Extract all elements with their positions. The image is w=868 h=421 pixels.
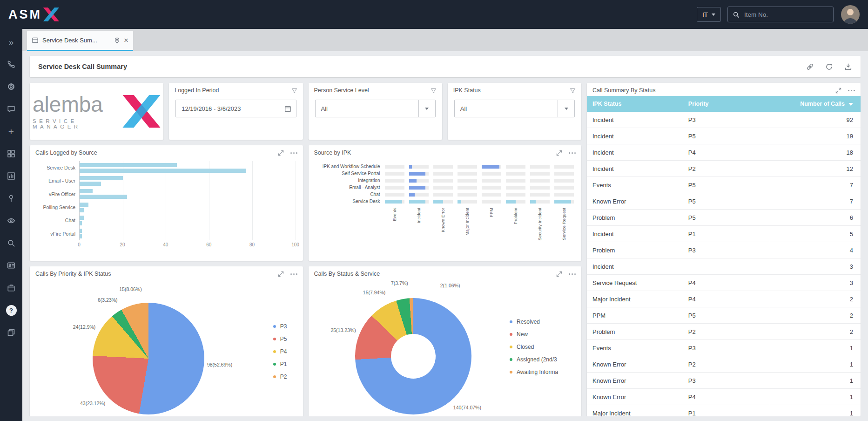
expand-icon[interactable] <box>278 271 284 277</box>
more-options-icon[interactable] <box>851 90 852 91</box>
expand-icon[interactable] <box>278 150 284 156</box>
column-label: Service Request <box>561 208 566 240</box>
legend-item[interactable]: Awaiting Informa <box>510 369 579 375</box>
person-service-level-select[interactable]: All <box>315 100 436 117</box>
table-row[interactable]: ProblemP34 <box>587 242 861 258</box>
search-icon[interactable] <box>0 232 22 254</box>
heatmap-cell <box>385 193 404 197</box>
table-row[interactable]: EventsP57 <box>587 177 861 193</box>
table-row[interactable]: Major IncidentP11 <box>587 405 861 417</box>
more-options-icon[interactable] <box>572 152 573 154</box>
id-card-icon[interactable] <box>0 254 22 277</box>
table-row[interactable]: IncidentP519 <box>587 128 861 144</box>
close-tab-icon[interactable]: × <box>124 36 128 44</box>
page-title: Service Desk Call Summary <box>38 63 806 70</box>
cell-number-of-calls: 6 <box>770 210 861 226</box>
table-row[interactable]: ProblemP56 <box>587 210 861 226</box>
cell-number-of-calls: 19 <box>770 128 861 144</box>
filter-icon[interactable] <box>291 88 297 94</box>
legend-item[interactable]: P3 <box>273 323 287 330</box>
chat-icon[interactable] <box>0 98 22 120</box>
heatmap-cell <box>458 193 477 197</box>
row-label: Email - Analyst <box>315 184 385 191</box>
table-row[interactable]: ProblemP22 <box>587 324 861 340</box>
heatmap-cell <box>554 165 574 169</box>
expand-icon[interactable] <box>556 150 562 156</box>
link-icon[interactable] <box>806 63 814 71</box>
date-range-input[interactable]: 12/19/2016 - 3/6/2023 <box>175 100 296 117</box>
cell-priority: P5 <box>683 307 770 324</box>
legend-label: Closed <box>517 344 534 350</box>
brand-x-icon <box>43 7 59 21</box>
user-avatar[interactable] <box>841 5 860 24</box>
expand-icon[interactable] <box>556 271 562 277</box>
tab-service-desk-summary[interactable]: Service Desk Sum... × <box>27 31 133 51</box>
expand-chevrons-icon[interactable]: » <box>0 31 22 53</box>
chevron-down-icon[interactable] <box>558 100 574 117</box>
heatmap-cell <box>506 172 525 176</box>
legend-item[interactable]: Closed <box>510 344 579 350</box>
axis-tick-label: 0 <box>78 242 81 247</box>
more-options-icon[interactable] <box>293 152 295 154</box>
table-row[interactable]: IncidentP212 <box>587 161 861 177</box>
table-row[interactable]: IncidentP15 <box>587 226 861 242</box>
legend-item[interactable]: New <box>510 331 579 338</box>
heatmap-chart: IPK and Workflow ScheduleSelf Service Po… <box>309 158 582 251</box>
table-row[interactable]: Known ErrorP57 <box>587 193 861 210</box>
legend-label: P3 <box>280 323 287 330</box>
legend-label: P5 <box>280 336 287 342</box>
gear-icon[interactable] <box>0 75 22 98</box>
heatmap-cell <box>506 186 525 190</box>
heatmap-cell <box>506 179 525 183</box>
table-row[interactable]: IncidentP418 <box>587 144 861 161</box>
cell-ipk-status: Known Error <box>587 389 683 405</box>
column-header-number-of-calls[interactable]: Number of Calls <box>770 96 861 112</box>
pin-icon[interactable] <box>0 187 22 210</box>
legend-item[interactable]: Assigned (2nd/3 <box>510 356 579 363</box>
table-row[interactable]: Major IncidentP42 <box>587 291 861 307</box>
calendar-icon[interactable] <box>280 105 296 112</box>
legend-item[interactable]: Resolved <box>510 319 579 325</box>
table-row[interactable]: Known ErrorP31 <box>587 373 861 389</box>
help-icon[interactable]: ? <box>0 299 22 321</box>
refresh-icon[interactable] <box>825 63 833 71</box>
column-header-ipk-status[interactable]: IPK Status <box>587 96 683 112</box>
table-row[interactable]: Known ErrorP41 <box>587 389 861 405</box>
cell-priority: P3 <box>683 373 770 389</box>
eye-icon[interactable] <box>0 210 22 232</box>
copy-icon[interactable] <box>0 321 22 344</box>
phone-icon[interactable] <box>0 53 22 75</box>
column-header-priority[interactable]: Priority <box>683 96 770 112</box>
language-selector[interactable]: IT <box>697 7 721 22</box>
legend-item[interactable]: P1 <box>273 361 287 367</box>
table-row[interactable]: PPMP52 <box>587 307 861 324</box>
global-search[interactable] <box>727 7 834 22</box>
search-input[interactable] <box>743 11 828 19</box>
legend-label: P2 <box>280 373 287 380</box>
expand-icon[interactable] <box>835 88 841 94</box>
legend-item[interactable]: P2 <box>273 373 287 380</box>
pin-tab-icon[interactable] <box>114 37 120 44</box>
legend-item[interactable]: P4 <box>273 348 287 355</box>
table-row[interactable]: EventsP31 <box>587 340 861 356</box>
chevron-down-icon[interactable] <box>418 100 435 117</box>
plus-icon[interactable]: + <box>0 120 22 143</box>
heatmap-cell <box>409 179 429 183</box>
heatmap-cell <box>433 193 453 197</box>
filter-icon[interactable] <box>570 88 576 94</box>
table-row[interactable]: IncidentP392 <box>587 112 861 128</box>
table-row[interactable]: Service RequestP43 <box>587 275 861 291</box>
export-icon[interactable] <box>844 63 852 71</box>
cell-number-of-calls: 1 <box>770 356 861 373</box>
more-options-icon[interactable] <box>572 273 573 275</box>
filter-icon[interactable] <box>431 88 437 94</box>
more-options-icon[interactable] <box>293 273 295 275</box>
table-row[interactable]: Known ErrorP21 <box>587 356 861 373</box>
ipk-status-select[interactable]: All <box>454 100 575 117</box>
table-row[interactable]: Incident3 <box>587 258 861 275</box>
grid-icon[interactable] <box>0 143 22 165</box>
heatmap-cell <box>433 179 453 183</box>
box-icon[interactable] <box>0 277 22 299</box>
chart-icon[interactable] <box>0 165 22 187</box>
legend-item[interactable]: P5 <box>273 336 287 342</box>
